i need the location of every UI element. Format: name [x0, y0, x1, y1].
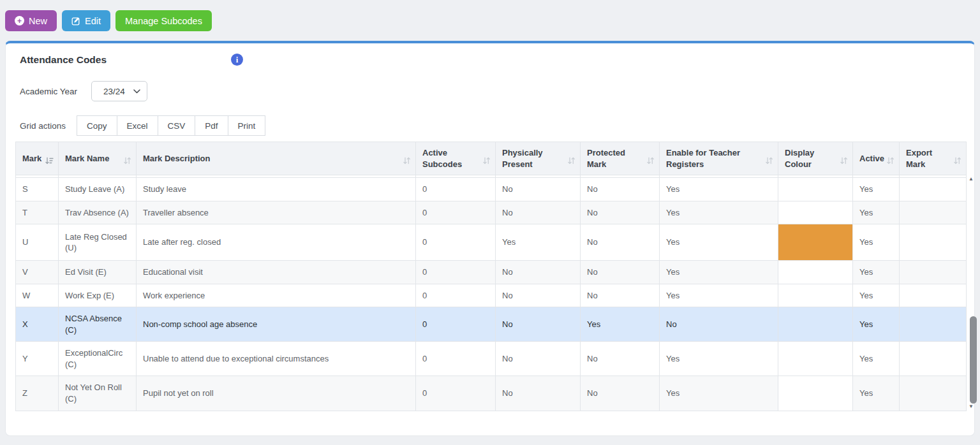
plus-circle-icon: + — [15, 16, 24, 26]
cell-mark-name: Trav Absence (A) — [59, 201, 137, 224]
cell-active: Yes — [853, 178, 900, 201]
sort-both-icon — [953, 156, 961, 168]
cell-mark-name: Not Yet On Roll (C) — [59, 376, 137, 411]
cell-teacher-registers: Yes — [660, 261, 778, 284]
cell-mark-description: Unable to attend due to exceptional circ… — [137, 342, 416, 376]
cell-display-colour — [778, 284, 853, 307]
cell-mark: S — [16, 178, 59, 201]
cell-physically-present: No — [496, 178, 581, 201]
scrollbar-thumb[interactable] — [970, 316, 977, 404]
cell-mark-name: NCSA Absence (C) — [59, 307, 137, 342]
cell-mark-description: Non-comp school age absence — [137, 307, 416, 342]
column-header-export-mark[interactable]: Export Mark — [900, 142, 967, 175]
cell-teacher-registers: Yes — [660, 178, 778, 201]
table-row-S[interactable]: SStudy Leave (A)Study leave0NoNoYesYes — [16, 178, 967, 201]
edit-button-label: Edit — [85, 16, 101, 26]
edit-pencil-icon — [71, 17, 80, 26]
cell-display-colour — [778, 261, 853, 284]
column-label: Export Mark — [906, 148, 932, 169]
panel-header: Attendance Codes i — [15, 54, 965, 66]
grid-action-print[interactable]: Print — [228, 115, 266, 136]
cell-export-mark — [900, 224, 967, 261]
grid-action-pdf[interactable]: Pdf — [195, 115, 228, 136]
column-header-active-subcodes[interactable]: Active Subcodes — [416, 142, 496, 175]
cell-export-mark — [900, 307, 967, 342]
cell-mark: W — [16, 284, 59, 307]
edit-button[interactable]: Edit — [62, 10, 110, 31]
cell-teacher-registers: Yes — [660, 201, 778, 224]
column-header-protected-mark[interactable]: Protected Mark — [581, 142, 660, 175]
cell-mark: U — [16, 224, 59, 261]
cell-display-colour — [778, 201, 853, 224]
cell-active-subcodes: 0 — [416, 178, 496, 201]
grid-action-csv[interactable]: CSV — [158, 115, 196, 136]
info-icon[interactable]: i — [231, 54, 243, 66]
table-row-Z[interactable]: ZNot Yet On Roll (C)Pupil not yet on rol… — [16, 376, 967, 411]
cell-mark: Y — [16, 342, 59, 376]
cell-protected-mark: No — [581, 201, 660, 224]
academic-year-select[interactable]: 23/24 — [91, 81, 147, 101]
sort-both-icon — [567, 156, 575, 168]
grid-actions-label: Grid actions — [20, 121, 66, 131]
cell-active-subcodes: 0 — [416, 261, 496, 284]
cell-active-subcodes: 0 — [416, 342, 496, 376]
column-label: Display Colour — [785, 148, 814, 169]
table-row-W[interactable]: WWork Exp (E)Work experience0NoNoYesYes — [16, 284, 967, 307]
cell-export-mark — [900, 201, 967, 224]
column-header-mark[interactable]: Mark — [16, 142, 59, 175]
cell-active: Yes — [853, 261, 900, 284]
cell-protected-mark: No — [581, 261, 660, 284]
table-row-Y[interactable]: YExceptionalCirc (C)Unable to attend due… — [16, 342, 967, 376]
cell-active-subcodes: 0 — [416, 284, 496, 307]
column-header-active[interactable]: Active — [853, 142, 900, 175]
table-row-U[interactable]: ULate Reg Closed (U)Late after reg. clos… — [16, 224, 967, 261]
cell-teacher-registers: Yes — [660, 284, 778, 307]
grid-actions-group: CopyExcelCSVPdfPrint — [77, 115, 265, 136]
sort-both-icon — [646, 156, 655, 168]
cell-active: Yes — [853, 224, 900, 261]
cell-active: Yes — [853, 284, 900, 307]
cell-physically-present: No — [496, 376, 581, 411]
grid-action-copy[interactable]: Copy — [77, 115, 117, 136]
column-header-mark-name[interactable]: Mark Name — [59, 142, 137, 175]
column-label: Mark — [22, 154, 41, 163]
column-header-physically-present[interactable]: Physically Present — [496, 142, 581, 175]
cell-active: Yes — [853, 342, 900, 376]
cell-mark-description: Late after reg. closed — [137, 224, 416, 261]
sort-ascending-icon — [45, 156, 54, 168]
cell-active-subcodes: 0 — [416, 376, 496, 411]
cell-mark-name: ExceptionalCirc (C) — [59, 342, 137, 376]
cell-teacher-registers: Yes — [660, 342, 778, 376]
cell-teacher-registers: Yes — [660, 376, 778, 411]
table-row-V[interactable]: VEd Visit (E)Educational visit0NoNoYesYe… — [16, 261, 967, 284]
table-row-X[interactable]: XNCSA Absence (C)Non-comp school age abs… — [16, 307, 967, 342]
cell-active: Yes — [853, 376, 900, 411]
manage-subcodes-button[interactable]: Manage Subcodes — [115, 10, 212, 31]
column-header-display-colour[interactable]: Display Colour — [778, 142, 853, 175]
attendance-codes-panel: Attendance Codes i Academic Year 23/24 G… — [5, 41, 975, 436]
cell-teacher-registers: No — [660, 307, 778, 342]
new-button[interactable]: + New — [5, 10, 57, 31]
academic-year-row: Academic Year 23/24 — [15, 81, 965, 101]
column-header-mark-description[interactable]: Mark Description — [137, 142, 416, 175]
sort-both-icon — [403, 156, 411, 168]
cell-export-mark — [900, 376, 967, 411]
column-header-enable-for-teacher-registers[interactable]: Enable for Teacher Registers — [660, 142, 778, 175]
cell-protected-mark: No — [581, 178, 660, 201]
column-label: Active — [859, 154, 884, 163]
cell-mark-name: Study Leave (A) — [59, 178, 137, 201]
table-header-row: MarkMark NameMark DescriptionActive Subc… — [16, 142, 967, 175]
table-row-T[interactable]: TTrav Absence (A)Traveller absence0NoNoY… — [16, 201, 967, 224]
academic-year-value: 23/24 — [103, 87, 125, 96]
grid-action-excel[interactable]: Excel — [117, 115, 158, 136]
cell-mark-name: Work Exp (E) — [59, 284, 137, 307]
cell-mark-name: Ed Visit (E) — [59, 261, 137, 284]
cell-protected-mark: No — [581, 376, 660, 411]
cell-physically-present: No — [496, 342, 581, 376]
sort-both-icon — [482, 156, 491, 168]
cell-physically-present: No — [496, 201, 581, 224]
cell-protected-mark: No — [581, 224, 660, 261]
sort-both-icon — [840, 156, 848, 168]
cell-mark: V — [16, 261, 59, 284]
table-header: MarkMark NameMark DescriptionActive Subc… — [16, 142, 967, 175]
